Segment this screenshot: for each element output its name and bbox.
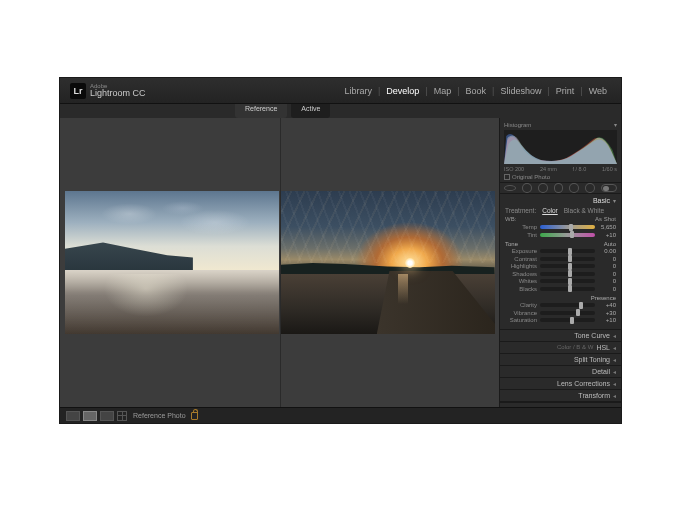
- panel-transform[interactable]: Transform◂: [500, 390, 621, 402]
- brush-icon[interactable]: [585, 183, 595, 193]
- histogram-panel: Histogram▾ ISO 200 24 mm f / 8.0 1/60 s …: [500, 118, 621, 183]
- lock-icon[interactable]: [191, 412, 198, 420]
- treatment-bw[interactable]: Black & White: [564, 207, 604, 214]
- slider-saturation[interactable]: Saturation +10: [505, 317, 616, 323]
- view-grid-icon[interactable]: [117, 411, 127, 421]
- panel-tone curve[interactable]: Tone Curve◂: [500, 330, 621, 342]
- slider-tint[interactable]: Tint +10: [505, 232, 616, 238]
- brand-app: Lightroom CC: [90, 89, 146, 98]
- panel-detail[interactable]: Detail◂: [500, 366, 621, 378]
- tab-reference[interactable]: Reference: [235, 104, 287, 118]
- histogram-graph[interactable]: [504, 130, 617, 164]
- panel-hsl[interactable]: Color / B & WHSL◂: [500, 342, 621, 354]
- wb-dropdown[interactable]: As Shot: [595, 216, 616, 222]
- tab-active[interactable]: Active: [291, 104, 330, 118]
- module-book[interactable]: Book: [462, 86, 491, 96]
- module-web[interactable]: Web: [585, 86, 611, 96]
- panel-lens corrections[interactable]: Lens Corrections◂: [500, 378, 621, 390]
- spot-icon[interactable]: [522, 183, 532, 193]
- toolbar-bottom: Reference Photo: [60, 407, 621, 423]
- view-beforeafter-icon[interactable]: [100, 411, 114, 421]
- chevron-down-icon[interactable]: ▾: [614, 121, 617, 128]
- tone-label: Tone: [505, 241, 518, 247]
- gradient-icon[interactable]: [554, 183, 564, 193]
- top-bar: Lr Adobe Lightroom CC Library| Develop| …: [60, 78, 621, 104]
- original-checkbox[interactable]: [504, 174, 510, 180]
- basic-title: Basic: [593, 197, 610, 204]
- treatment-color[interactable]: Color: [542, 207, 558, 214]
- crop-icon[interactable]: [504, 185, 516, 191]
- lr-icon: Lr: [70, 83, 86, 99]
- panel-switch[interactable]: [601, 184, 617, 192]
- compare-viewer: [60, 118, 499, 407]
- app-logo: Lr Adobe Lightroom CC: [70, 83, 146, 99]
- right-panel: Histogram▾ ISO 200 24 mm f / 8.0 1/60 s …: [499, 118, 621, 407]
- histogram-meta: ISO 200 24 mm f / 8.0 1/60 s: [504, 166, 617, 172]
- slider-exposure[interactable]: Exposure 0.00: [505, 248, 616, 254]
- slider-highlights[interactable]: Highlights 0: [505, 263, 616, 269]
- redeye-icon[interactable]: [538, 183, 548, 193]
- slider-contrast[interactable]: Contrast 0: [505, 256, 616, 262]
- reference-photo[interactable]: [65, 191, 279, 334]
- radial-icon[interactable]: [569, 183, 579, 193]
- treatment-label: Treatment:: [505, 207, 536, 214]
- presence-label: Presence: [591, 295, 616, 301]
- slider-blacks[interactable]: Blacks 0: [505, 286, 616, 292]
- module-print[interactable]: Print: [552, 86, 579, 96]
- wb-label: WB:: [505, 216, 516, 222]
- module-library[interactable]: Library: [340, 86, 376, 96]
- active-photo[interactable]: [281, 191, 495, 334]
- auto-button[interactable]: Auto: [604, 241, 616, 247]
- module-develop[interactable]: Develop: [382, 86, 423, 96]
- slider-temp[interactable]: Temp 5,650: [505, 224, 616, 230]
- chevron-down-icon[interactable]: ▾: [613, 197, 616, 204]
- view-loupe-icon[interactable]: [66, 411, 80, 421]
- view-reference-icon[interactable]: [83, 411, 97, 421]
- reference-active-tabs: Reference Active: [60, 104, 621, 118]
- bottom-label: Reference Photo: [133, 412, 186, 419]
- module-slideshow[interactable]: Slideshow: [496, 86, 545, 96]
- original-label: Original Photo: [512, 174, 550, 180]
- module-map[interactable]: Map: [430, 86, 456, 96]
- basic-panel: Basic▾ Treatment: Color Black & White WB…: [500, 194, 621, 330]
- panel-split toning[interactable]: Split Toning◂: [500, 354, 621, 366]
- histogram-title: Histogram: [504, 122, 531, 128]
- slider-whites[interactable]: Whites 0: [505, 278, 616, 284]
- lightroom-window: Lr Adobe Lightroom CC Library| Develop| …: [59, 77, 622, 424]
- tool-strip: [500, 183, 621, 194]
- slider-shadows[interactable]: Shadows 0: [505, 271, 616, 277]
- module-picker: Library| Develop| Map| Book| Slideshow| …: [340, 86, 611, 96]
- slider-clarity[interactable]: Clarity +40: [505, 302, 616, 308]
- slider-vibrance[interactable]: Vibrance +30: [505, 310, 616, 316]
